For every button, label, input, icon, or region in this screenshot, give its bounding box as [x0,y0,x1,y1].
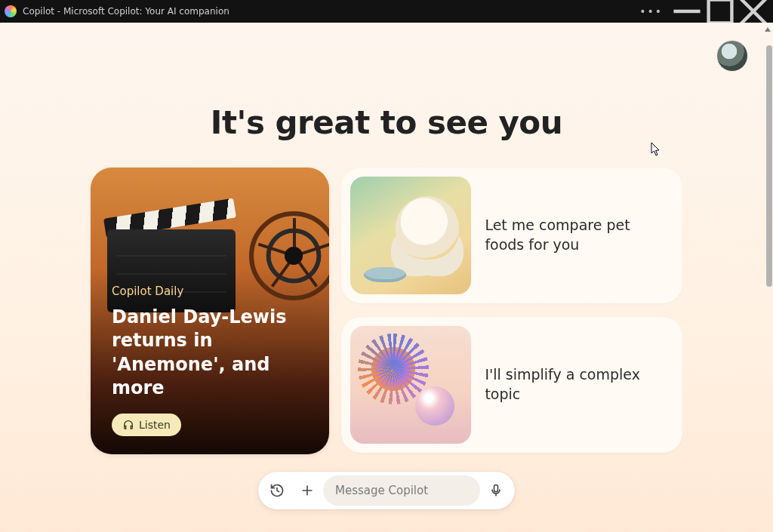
new-topic-button[interactable] [293,476,322,505]
suggestions-column: Let me compare pet foods for you I'll si… [341,168,682,454]
daily-card-headline: Daniel Day-Lewis returns in 'Anemone', a… [112,306,311,400]
svg-rect-1 [709,0,732,23]
vertical-scrollbar[interactable] [762,23,773,532]
suggestion-thumb-dog [350,177,471,294]
suggestion-thumb-abstract [350,326,471,444]
headphones-icon [122,419,134,431]
message-input-placeholder: Message Copilot [335,484,428,497]
chat-input-bar: Message Copilot [258,472,515,509]
microphone-icon [488,483,504,498]
suggestion-card-pet-food[interactable]: Let me compare pet foods for you [341,168,682,303]
maximize-button[interactable] [704,1,737,22]
window-controls [670,1,770,22]
more-options-button[interactable]: ••• [632,5,670,17]
window-titlebar: Copilot - Microsoft Copilot: Your AI com… [0,0,773,23]
copilot-app-icon [5,5,17,17]
cards-row: Copilot Daily Daniel Day-Lewis returns i… [91,168,682,454]
voice-input-button[interactable] [482,476,510,505]
mouse-cursor-icon [651,142,661,157]
daily-card-label: Copilot Daily [112,284,311,298]
suggestion-text: Let me compare pet foods for you [485,216,673,254]
main-content: It's great to see you [0,23,773,532]
user-avatar[interactable] [717,41,747,71]
message-input[interactable]: Message Copilot [323,475,480,506]
listen-button[interactable]: Listen [112,414,181,436]
close-button[interactable] [737,1,770,22]
greeting-heading: It's great to see you [0,104,773,141]
window-title: Copilot - Microsoft Copilot: Your AI com… [23,6,229,17]
listen-button-label: Listen [139,419,171,431]
history-icon [269,483,285,498]
minimize-button[interactable] [670,1,704,22]
scrollbar-thumb[interactable] [766,45,772,287]
history-button[interactable] [263,476,291,505]
suggestion-text: I'll simplify a complex topic [485,365,673,404]
suggestion-card-simplify[interactable]: I'll simplify a complex topic [341,317,682,453]
plus-icon [300,483,315,498]
scroll-up-arrow-icon[interactable] [764,26,771,33]
copilot-daily-card[interactable]: Copilot Daily Daniel Day-Lewis returns i… [91,168,329,454]
